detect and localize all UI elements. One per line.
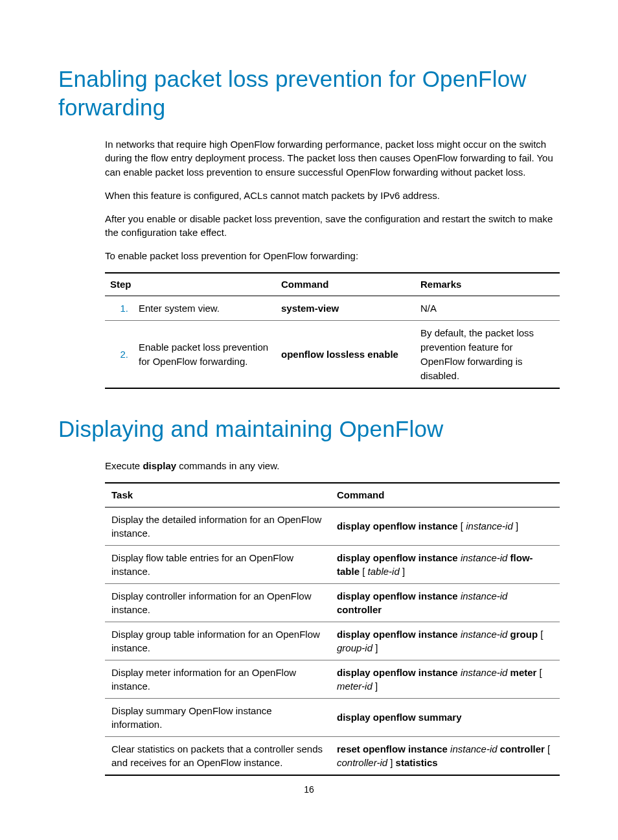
task-table: Task Command Display the detailed inform… — [105, 482, 560, 776]
document-page: Enabling packet loss prevention for Open… — [0, 0, 618, 840]
section1-title: Enabling packet loss prevention for Open… — [58, 65, 560, 122]
task-table-head-command: Command — [330, 483, 560, 507]
step-remarks: By default, the packet loss prevention f… — [415, 321, 560, 389]
task-description: Display the detailed information for an … — [105, 507, 330, 545]
section2-body: Execute display commands in any view. Ta… — [105, 459, 560, 776]
section1-body: In networks that require high OpenFlow f… — [105, 137, 560, 390]
task-command: reset openflow instance instance-id cont… — [330, 736, 560, 775]
step-number: 1. — [105, 296, 133, 321]
task-description: Display flow table entries for an OpenFl… — [105, 545, 330, 583]
intro-pre: Execute — [105, 460, 143, 471]
table-row: Display flow table entries for an OpenFl… — [105, 545, 560, 583]
table-row: Display the detailed information for an … — [105, 507, 560, 545]
section1-p1: In networks that require high OpenFlow f… — [105, 137, 560, 180]
task-command: display openflow summary — [330, 698, 560, 736]
task-command: display openflow instance instance-id gr… — [330, 622, 560, 660]
task-command: display openflow instance instance-id co… — [330, 583, 560, 622]
step-command: system-view — [276, 296, 415, 321]
step-table-head-step: Step — [105, 273, 276, 296]
intro-post: commands in any view. — [176, 460, 279, 471]
task-description: Clear statistics on packets that a contr… — [105, 736, 330, 775]
task-command: display openflow instance [ instance-id … — [330, 507, 560, 545]
table-row: 1.Enter system view.system-viewN/A — [105, 296, 560, 321]
task-description: Display summary OpenFlow instance inform… — [105, 698, 330, 736]
step-remarks: N/A — [415, 296, 560, 321]
table-row: Display controller information for an Op… — [105, 583, 560, 622]
section1-p3: After you enable or disable packet loss … — [105, 212, 560, 240]
step-description: Enable packet loss prevention for OpenFl… — [133, 321, 276, 389]
step-table-head-command: Command — [276, 273, 415, 296]
step-command: openflow lossless enable — [276, 321, 415, 389]
section2-intro: Execute display commands in any view. — [105, 459, 560, 473]
intro-bold: display — [143, 460, 176, 471]
section2-title: Displaying and maintaining OpenFlow — [58, 415, 560, 443]
table-row: Clear statistics on packets that a contr… — [105, 736, 560, 775]
task-description: Display controller information for an Op… — [105, 583, 330, 622]
step-number: 2. — [105, 321, 133, 389]
task-command: display openflow instance instance-id me… — [330, 660, 560, 698]
task-description: Display group table information for an O… — [105, 622, 330, 660]
task-command: display openflow instance instance-id fl… — [330, 545, 560, 583]
table-row: Display summary OpenFlow instance inform… — [105, 698, 560, 736]
page-number: 16 — [0, 784, 618, 795]
step-table: Step Command Remarks 1.Enter system view… — [105, 272, 560, 390]
table-row: Display meter information for an OpenFlo… — [105, 660, 560, 698]
section1-p2: When this feature is configured, ACLs ca… — [105, 189, 560, 203]
step-table-head-remarks: Remarks — [415, 273, 560, 296]
task-table-head-task: Task — [105, 483, 330, 507]
task-description: Display meter information for an OpenFlo… — [105, 660, 330, 698]
section1-p4: To enable packet loss prevention for Ope… — [105, 249, 560, 263]
table-row: 2.Enable packet loss prevention for Open… — [105, 321, 560, 389]
step-description: Enter system view. — [133, 296, 276, 321]
table-row: Display group table information for an O… — [105, 622, 560, 660]
